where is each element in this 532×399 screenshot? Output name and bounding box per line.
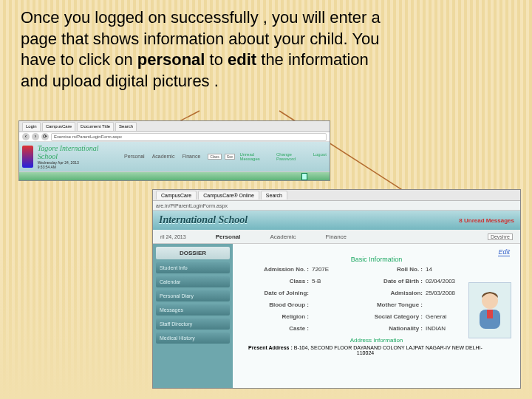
class-value: 5-B bbox=[312, 278, 352, 284]
screenshot-bottom: CampusCare CampusCare® Online Search are… bbox=[152, 189, 521, 389]
nationality-label: Nationality : bbox=[352, 325, 426, 332]
social-category-value: General bbox=[426, 313, 460, 320]
app-title: International School bbox=[159, 214, 248, 226]
menu-academic[interactable]: Academic bbox=[152, 154, 175, 160]
doa-value: 25/03/2008 bbox=[426, 290, 460, 296]
sidebar: DOSSIER Student Info Calendar Personal D… bbox=[153, 244, 233, 389]
social-category-label: Social Category : bbox=[352, 313, 426, 320]
religion-label: Religion : bbox=[239, 313, 312, 320]
school-header: Tagore International School Wednesday Ap… bbox=[19, 142, 330, 171]
change-password-link[interactable]: Change Password bbox=[276, 152, 309, 161]
instruction-line2: page that shows information about your c… bbox=[21, 30, 380, 48]
unread-messages-badge[interactable]: 8 Unread Messages bbox=[459, 217, 514, 224]
sidebar-item-messages[interactable]: Messages bbox=[156, 304, 230, 316]
svg-rect-6 bbox=[487, 310, 493, 318]
browser-tab[interactable]: Login bbox=[22, 122, 41, 131]
dob-label: Date of Birth : bbox=[352, 278, 426, 284]
school-logo-icon bbox=[22, 146, 33, 168]
browser-tab[interactable]: CampusCare bbox=[42, 122, 75, 131]
address-bar: ‹ › ⟳ Exercise m/ParentLoginForm.aspx bbox=[19, 132, 330, 142]
present-address-label: Present Address : bbox=[248, 345, 293, 350]
top-menu: Personal Academic Finance Class Sec bbox=[124, 154, 235, 160]
forward-icon[interactable]: › bbox=[32, 133, 39, 140]
avatar-icon bbox=[473, 289, 507, 332]
session-select[interactable]: Devshre bbox=[488, 233, 513, 240]
info-date: ril 24, 2013 bbox=[160, 234, 186, 239]
reload-icon[interactable]: ⟳ bbox=[41, 133, 49, 140]
app-title-bar: International School 8 Unread Messages bbox=[153, 211, 520, 230]
sidebar-item-medical-history[interactable]: Medical History bbox=[156, 332, 230, 344]
menu-academic[interactable]: Academic bbox=[270, 233, 296, 240]
sidebar-heading: DOSSIER bbox=[156, 247, 230, 259]
url-text[interactable]: Exercise m/ParentLoginForm.aspx bbox=[51, 133, 327, 141]
caste-label: Caste : bbox=[239, 325, 312, 332]
browser-tab[interactable]: CampusCare® Online bbox=[198, 191, 259, 200]
section-select[interactable]: Sec bbox=[225, 154, 236, 160]
class-label: Class : bbox=[239, 278, 312, 284]
browser-tab[interactable]: Search bbox=[261, 191, 287, 200]
blood-label: Blood Group : bbox=[239, 301, 312, 308]
dob-value: 02/04/2003 bbox=[426, 278, 460, 284]
sidebar-item-student-info[interactable]: Student Info bbox=[156, 262, 230, 273]
menu-personal[interactable]: Personal bbox=[124, 154, 145, 160]
sidebar-item-staff-directory[interactable]: Staff Directory bbox=[156, 318, 230, 330]
url-text: are.in/PIParentLoginForm.aspx bbox=[156, 203, 228, 208]
class-select[interactable]: Class bbox=[208, 154, 222, 160]
instruction-line3e: the information bbox=[256, 50, 369, 69]
school-name: Tagore International School bbox=[38, 144, 114, 160]
instruction-personal-word: personal bbox=[137, 50, 205, 69]
status-greenbar bbox=[19, 171, 330, 180]
sidebar-item-calendar[interactable]: Calendar bbox=[156, 276, 230, 287]
unread-link[interactable]: Unread Messages bbox=[239, 152, 271, 161]
admission-no-label: Admission No. : bbox=[239, 266, 312, 273]
admission-no-value: 7207E bbox=[312, 266, 352, 273]
menu-finance[interactable]: Finance bbox=[326, 233, 347, 240]
instruction-line1: Once you logged on successfully , you wi… bbox=[21, 8, 381, 27]
present-address-value: B-104, SECOND FLOOR DAYANAND COLONY LAJP… bbox=[294, 345, 482, 355]
sidebar-item-personal-diary[interactable]: Personal Diary bbox=[156, 290, 230, 301]
header-right-links: Unread Messages Change Password Logout bbox=[239, 152, 327, 161]
edit-link[interactable]: Edit bbox=[498, 248, 510, 256]
logout-link[interactable]: Logout bbox=[313, 152, 327, 161]
menu-finance[interactable]: Finance bbox=[182, 154, 200, 160]
browser-tab-strip: CampusCare CampusCare® Online Search bbox=[153, 190, 520, 201]
browser-tab[interactable]: Search bbox=[115, 122, 137, 131]
instruction-text: Once you logged on successfully , you wi… bbox=[21, 7, 510, 92]
roll-no-value: 14 bbox=[426, 266, 460, 273]
browser-tab-strip: Login CampusCare Document Title Search bbox=[19, 121, 330, 132]
instruction-edit-word: edit bbox=[228, 50, 256, 69]
section-basic-info-title: Basic Information bbox=[239, 256, 514, 263]
doj-label: Date of Joining: bbox=[239, 290, 312, 296]
screenshot-top: Login CampusCare Document Title Search ‹… bbox=[18, 120, 330, 181]
address-bar[interactable]: are.in/PIParentLoginForm.aspx bbox=[153, 201, 520, 211]
browser-tab[interactable]: Document Title bbox=[77, 122, 114, 131]
back-icon[interactable]: ‹ bbox=[22, 133, 30, 140]
menu-personal[interactable]: Personal bbox=[216, 233, 241, 240]
nationality-value: INDIAN bbox=[426, 325, 460, 332]
instruction-line3a: have to click on bbox=[21, 50, 137, 69]
roll-no-label: Roll No. : bbox=[352, 266, 426, 273]
instruction-line4: and upload digital pictures . bbox=[21, 72, 219, 90]
browser-tab[interactable]: CampusCare bbox=[156, 191, 197, 200]
avatar bbox=[468, 282, 511, 338]
info-bar: ril 24, 2013 Personal Academic Finance D… bbox=[153, 230, 520, 244]
mother-tongue-label: Mother Tongue : bbox=[352, 301, 426, 308]
basic-info-grid: Admission No. : 7207E Roll No. : 14 Clas… bbox=[239, 263, 460, 334]
date-line2: 9:33:54 AM bbox=[38, 165, 56, 169]
instruction-line3c: to bbox=[205, 50, 228, 69]
doa-label: Admission: bbox=[352, 290, 426, 296]
main-panel: Edit Basic Information Admission No. : 7… bbox=[233, 244, 520, 389]
status-indicator-icon bbox=[301, 173, 307, 180]
